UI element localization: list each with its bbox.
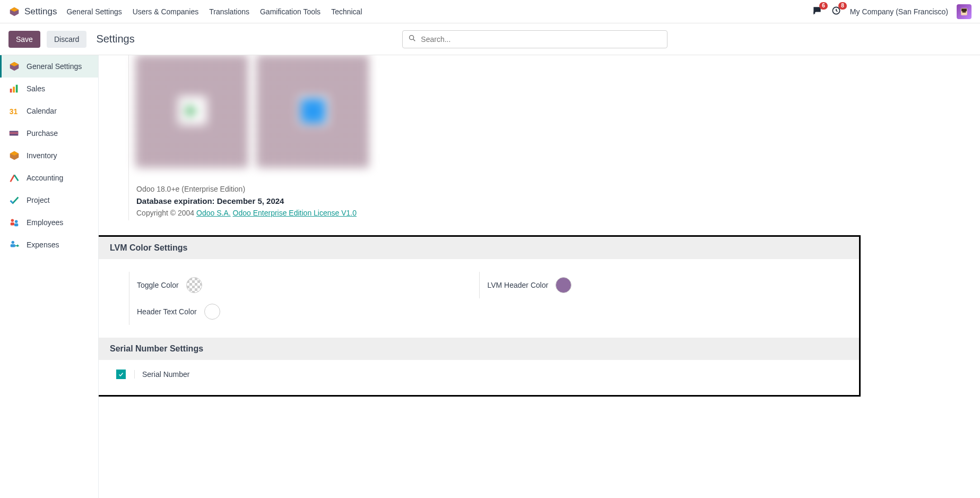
messages-badge: 6 bbox=[819, 2, 828, 10]
svg-rect-15 bbox=[10, 132, 19, 134]
card-icon bbox=[8, 127, 20, 139]
lvm-col-right: LVM Header Color bbox=[479, 272, 829, 325]
sidebar-item-general-settings[interactable]: General Settings bbox=[0, 55, 98, 78]
activities-badge: 8 bbox=[838, 2, 847, 10]
svg-rect-4 bbox=[961, 8, 967, 11]
sidebar-item-project[interactable]: Project bbox=[0, 189, 98, 211]
serial-number-label: Serial Number bbox=[142, 370, 189, 379]
toggle-color-label: Toggle Color bbox=[137, 281, 179, 289]
sidebar-item-label: Purchase bbox=[27, 129, 58, 138]
sidebar-item-label: Employees bbox=[27, 218, 63, 227]
content-inner: Odoo 18.0+e (Enterprise Edition) Databas… bbox=[136, 55, 857, 397]
check-icon bbox=[8, 194, 20, 206]
sidebar-item-label: Accounting bbox=[27, 174, 63, 182]
header-text-color-field: Header Text Color bbox=[129, 298, 479, 325]
sidebar-item-label: Sales bbox=[27, 84, 45, 93]
search-wrap bbox=[402, 30, 667, 48]
svg-rect-10 bbox=[10, 89, 12, 92]
discard-button[interactable]: Discard bbox=[47, 31, 86, 48]
svg-rect-5 bbox=[962, 11, 966, 13]
sidebar-item-label: Expenses bbox=[27, 241, 59, 249]
db-expiration: Database expiration: December 5, 2024 bbox=[136, 196, 857, 205]
lvm-header-color-swatch[interactable] bbox=[556, 277, 571, 293]
version-block: Odoo 18.0+e (Enterprise Edition) Databas… bbox=[128, 177, 857, 220]
box-icon bbox=[8, 150, 20, 161]
calendar-icon: 31 bbox=[8, 105, 20, 117]
odoo-logo-icon bbox=[8, 6, 20, 18]
breadcrumb-title: Settings bbox=[96, 33, 134, 45]
activities-button[interactable]: 8 bbox=[831, 5, 842, 18]
header-text-color-swatch[interactable] bbox=[204, 304, 220, 320]
sidebar-item-employees[interactable]: Employees bbox=[0, 211, 98, 234]
svg-line-19 bbox=[14, 175, 18, 181]
svg-rect-25 bbox=[11, 244, 15, 247]
qr-google-play[interactable] bbox=[136, 55, 248, 167]
main: General Settings Sales 31 Calendar Purch… bbox=[0, 55, 980, 498]
svg-rect-12 bbox=[16, 85, 18, 93]
sidebar-item-accounting[interactable]: Accounting bbox=[0, 167, 98, 189]
company-switcher[interactable]: My Company (San Francisco) bbox=[850, 7, 948, 16]
svg-rect-23 bbox=[14, 224, 18, 227]
qr-app-store[interactable] bbox=[257, 55, 369, 167]
toggle-color-field: Toggle Color bbox=[129, 272, 479, 298]
svg-point-24 bbox=[12, 241, 15, 244]
top-nav-left: Settings General Settings Users & Compan… bbox=[8, 6, 362, 18]
sidebar-item-label: General Settings bbox=[27, 62, 82, 71]
settings-sidebar: General Settings Sales 31 Calendar Purch… bbox=[0, 55, 99, 498]
serial-number-settings-heading: Serial Number Settings bbox=[99, 338, 859, 360]
search-box[interactable] bbox=[402, 30, 667, 48]
top-nav: Settings General Settings Users & Compan… bbox=[0, 0, 980, 23]
header-text-color-label: Header Text Color bbox=[137, 307, 197, 316]
svg-text:31: 31 bbox=[10, 108, 18, 116]
svg-rect-11 bbox=[13, 87, 15, 92]
top-nav-right: 6 8 My Company (San Francisco) bbox=[812, 4, 972, 19]
qr-code-row bbox=[128, 55, 857, 177]
copyright-prefix: Copyright © 2004 bbox=[136, 209, 196, 217]
sidebar-item-label: Project bbox=[27, 196, 50, 204]
svg-point-20 bbox=[11, 219, 14, 222]
license-link[interactable]: Odoo Enterprise Edition License V1.0 bbox=[233, 209, 357, 217]
svg-point-21 bbox=[15, 220, 18, 223]
sidebar-item-label: Inventory bbox=[27, 151, 57, 160]
nav-translations[interactable]: Translations bbox=[209, 7, 249, 16]
lvm-color-settings-body: Toggle Color Header Text Color LVM Heade… bbox=[99, 259, 859, 338]
nav-gamification-tools[interactable]: Gamification Tools bbox=[260, 7, 320, 16]
user-avatar[interactable] bbox=[957, 4, 972, 19]
sidebar-item-expenses[interactable]: Expenses bbox=[0, 234, 98, 256]
serial-number-checkbox[interactable] bbox=[116, 370, 126, 379]
expense-icon bbox=[8, 239, 20, 251]
nav-links: General Settings Users & Companies Trans… bbox=[66, 7, 362, 16]
serial-number-label-wrap: Serial Number bbox=[134, 370, 189, 379]
serial-number-settings-body: Serial Number bbox=[99, 360, 859, 395]
sidebar-item-inventory[interactable]: Inventory bbox=[0, 144, 98, 167]
search-input[interactable] bbox=[421, 35, 662, 44]
nav-general-settings[interactable]: General Settings bbox=[66, 7, 122, 16]
nav-technical[interactable]: Technical bbox=[331, 7, 362, 16]
odoo-icon bbox=[8, 61, 20, 72]
play-store-icon bbox=[178, 97, 206, 125]
odoo-version: Odoo 18.0+e (Enterprise Edition) bbox=[136, 185, 857, 193]
lvm-col-left: Toggle Color Header Text Color bbox=[129, 272, 479, 325]
messages-button[interactable]: 6 bbox=[812, 5, 822, 18]
app-store-icon bbox=[299, 97, 327, 125]
lvm-color-settings-heading: LVM Color Settings bbox=[99, 237, 859, 259]
nav-users-companies[interactable]: Users & Companies bbox=[133, 7, 199, 16]
toggle-color-swatch[interactable] bbox=[186, 277, 202, 293]
lvm-header-color-label: LVM Header Color bbox=[487, 281, 548, 289]
app-title: Settings bbox=[24, 6, 57, 17]
svg-line-7 bbox=[413, 39, 415, 41]
sidebar-item-calendar[interactable]: 31 Calendar bbox=[0, 100, 98, 122]
svg-rect-22 bbox=[11, 222, 14, 226]
sidebar-item-purchase[interactable]: Purchase bbox=[0, 122, 98, 144]
odoo-sa-link[interactable]: Odoo S.A. bbox=[196, 209, 231, 217]
sidebar-item-sales[interactable]: Sales bbox=[0, 78, 98, 100]
bars-icon bbox=[8, 83, 20, 95]
app-brand[interactable]: Settings bbox=[8, 6, 57, 18]
svg-point-6 bbox=[410, 36, 414, 40]
highlighted-settings-box: LVM Color Settings Toggle Color Header T… bbox=[99, 235, 861, 397]
save-button[interactable]: Save bbox=[8, 31, 40, 48]
control-panel: Save Discard Settings bbox=[0, 23, 980, 55]
sidebar-item-label: Calendar bbox=[27, 107, 57, 115]
lvm-header-color-field: LVM Header Color bbox=[479, 272, 829, 298]
settings-content[interactable]: Odoo 18.0+e (Enterprise Edition) Databas… bbox=[99, 55, 980, 498]
